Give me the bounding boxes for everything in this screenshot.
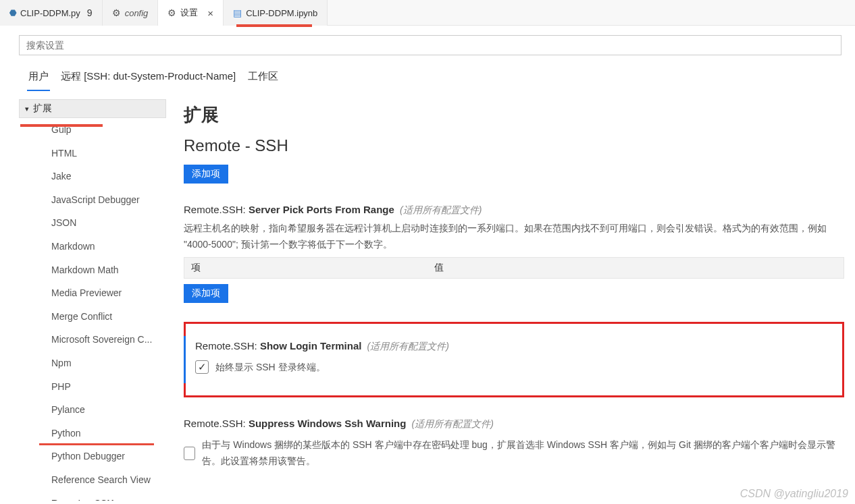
- annotation-underline: [39, 443, 154, 445]
- col-val: 值: [434, 262, 444, 274]
- setting-name: Server Pick Ports From Range: [249, 204, 394, 215]
- setting-prefix: Remote.SSH:: [184, 418, 249, 429]
- page-title: 扩展: [184, 103, 844, 127]
- tab-mod-count: 9: [87, 7, 93, 18]
- col-key: 项: [191, 262, 434, 274]
- checkbox-show-login-terminal[interactable]: ✓: [195, 360, 209, 374]
- tab-config[interactable]: ⚙ config: [103, 0, 159, 26]
- tree-item-javascript-debugger[interactable]: JavaScript Debugger: [19, 188, 170, 212]
- tree-item-microsoft-sovereign-c-[interactable]: Microsoft Sovereign C...: [19, 328, 170, 352]
- tree-item-npm[interactable]: Npm: [19, 352, 170, 375]
- search-bar-wrap: [0, 26, 855, 58]
- tab-label: 设置: [180, 7, 198, 19]
- tree-item-remote-ssh[interactable]: Remote - SSH: [19, 492, 170, 501]
- tab-settings[interactable]: ⚙ 设置 ×: [158, 0, 224, 26]
- setting-description: 远程主机名的映射，指向希望服务器在远程计算机上启动时连接到的一系列端口。如果在范…: [184, 221, 844, 253]
- setting-description: 由于与 Windows 捆绑的某些版本的 SSH 客户端中存在密码处理 bug，…: [202, 437, 844, 470]
- tree-item-python[interactable]: Python: [19, 422, 170, 445]
- tab-label: CLIP-DDPM.ipynb: [246, 8, 317, 18]
- settings-scope-row: 用户 远程 [SSH: dut-System-Product-Name] 工作区: [0, 58, 855, 91]
- tree-item-php[interactable]: PHP: [19, 375, 170, 399]
- close-icon[interactable]: ×: [207, 7, 213, 19]
- python-icon: ⬣: [9, 8, 16, 18]
- scope-workspace[interactable]: 工作区: [247, 65, 280, 91]
- watermark: CSDN @yatingliu2019: [740, 488, 848, 500]
- editor-tabs: ⬣ CLIP-DDPM.py 9 ⚙ config ⚙ 设置 × ▤ CLIP-…: [0, 0, 855, 26]
- gear-icon: ⚙: [112, 7, 121, 18]
- setting-scope-note: (适用所有配置文件): [412, 418, 494, 429]
- add-item-button[interactable]: 添加项: [184, 165, 228, 184]
- tab-clip-ddpm-ipynb[interactable]: ▤ CLIP-DDPM.ipynb: [224, 0, 328, 26]
- settings-content: 扩展 Remote - SSH 添加项 Remote.SSH: Server P…: [170, 91, 855, 501]
- tree-item-python-debugger[interactable]: Python Debugger: [19, 445, 170, 468]
- setting-prefix: Remote.SSH:: [184, 204, 249, 215]
- setting-server-pick-ports: Remote.SSH: Server Pick Ports From Range…: [184, 204, 844, 303]
- tree-item-html[interactable]: HTML: [19, 142, 170, 165]
- kv-table-header: 项 值: [184, 257, 844, 279]
- notebook-icon: ▤: [233, 7, 242, 18]
- setting-scope-note: (适用所有配置文件): [367, 341, 449, 352]
- scope-remote[interactable]: 远程 [SSH: dut-System-Product-Name]: [59, 65, 237, 91]
- tree-item-pylance[interactable]: Pylance: [19, 398, 170, 422]
- scope-user[interactable]: 用户: [27, 65, 50, 91]
- tree-item-json[interactable]: JSON: [19, 211, 170, 235]
- settings-tree: ▾ 扩展 GulpHTMLJakeJavaScript DebuggerJSON…: [0, 91, 170, 501]
- sliders-icon: ⚙: [167, 7, 176, 18]
- setting-prefix: Remote.SSH:: [195, 340, 260, 352]
- tab-label: config: [125, 8, 149, 18]
- setting-show-login-terminal: Remote.SSH: Show Login Terminal (适用所有配置文…: [184, 322, 844, 398]
- add-item-button[interactable]: 添加项: [184, 284, 228, 303]
- setting-name: Suppress Windows Ssh Warning: [249, 418, 407, 429]
- tree-item-markdown-math[interactable]: Markdown Math: [19, 258, 170, 282]
- tree-item-jake[interactable]: Jake: [19, 165, 170, 188]
- checkbox-suppress-warning[interactable]: [184, 447, 195, 460]
- section-title: Remote - SSH: [184, 136, 844, 155]
- tree-parent-label: 扩展: [33, 103, 52, 115]
- search-input[interactable]: [19, 35, 841, 55]
- tab-label: CLIP-DDPM.py: [20, 8, 80, 18]
- tree-item-gulp[interactable]: Gulp: [19, 118, 170, 142]
- tree-item-media-previewer[interactable]: Media Previewer: [19, 281, 170, 305]
- checkbox-label: 始终显示 SSH 登录终端。: [215, 360, 326, 376]
- tree-item-markdown[interactable]: Markdown: [19, 235, 170, 258]
- annotation-underline: [236, 24, 312, 27]
- setting-name: Show Login Terminal: [260, 340, 362, 352]
- tree-item-merge-conflict[interactable]: Merge Conflict: [19, 305, 170, 329]
- annotation-underline: [20, 124, 103, 127]
- tab-clip-ddpm-py[interactable]: ⬣ CLIP-DDPM.py 9: [0, 0, 103, 26]
- setting-scope-note: (适用所有配置文件): [400, 204, 482, 215]
- chevron-down-icon: ▾: [25, 105, 29, 113]
- tree-item-reference-search-view[interactable]: Reference Search View: [19, 468, 170, 492]
- tree-parent-extensions[interactable]: ▾ 扩展: [19, 99, 166, 118]
- setting-suppress-windows-ssh-warning: Remote.SSH: Suppress Windows Ssh Warning…: [184, 418, 844, 470]
